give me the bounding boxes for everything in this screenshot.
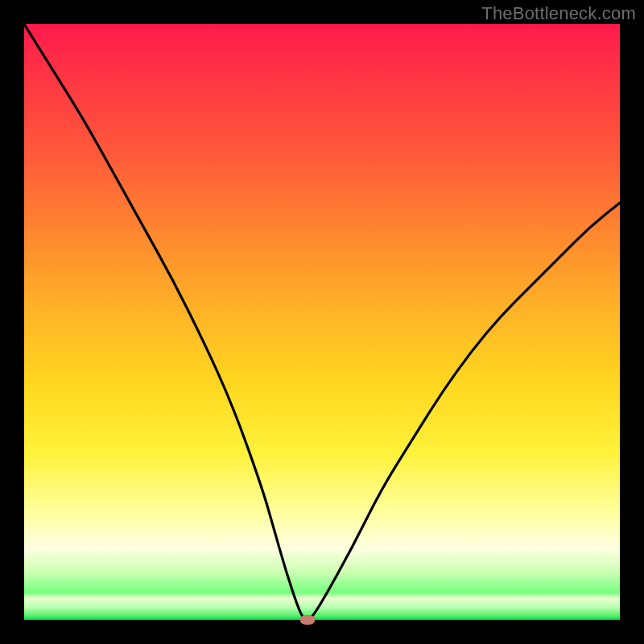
watermark-text: TheBottleneck.com [481, 3, 636, 24]
bottleneck-curve [24, 24, 620, 620]
plot-area [24, 24, 620, 620]
optimum-marker [300, 615, 315, 625]
chart-frame: TheBottleneck.com [0, 0, 644, 644]
